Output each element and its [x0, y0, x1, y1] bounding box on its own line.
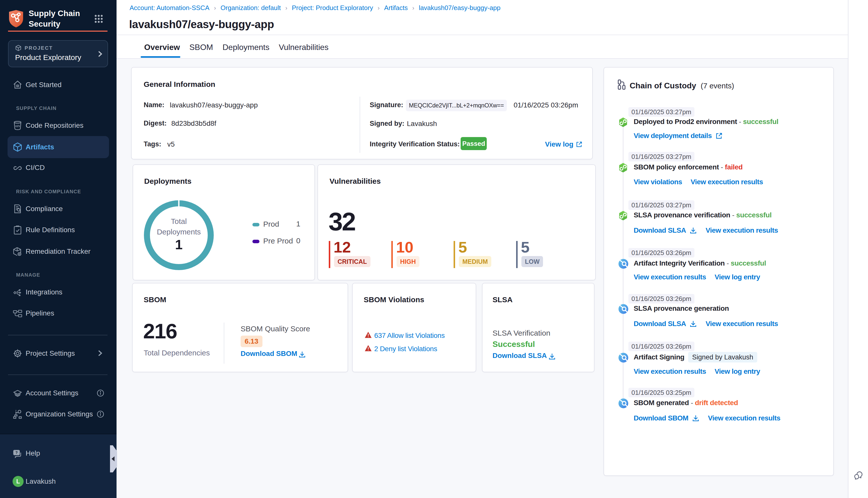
- svg-text:?: ?: [15, 450, 17, 455]
